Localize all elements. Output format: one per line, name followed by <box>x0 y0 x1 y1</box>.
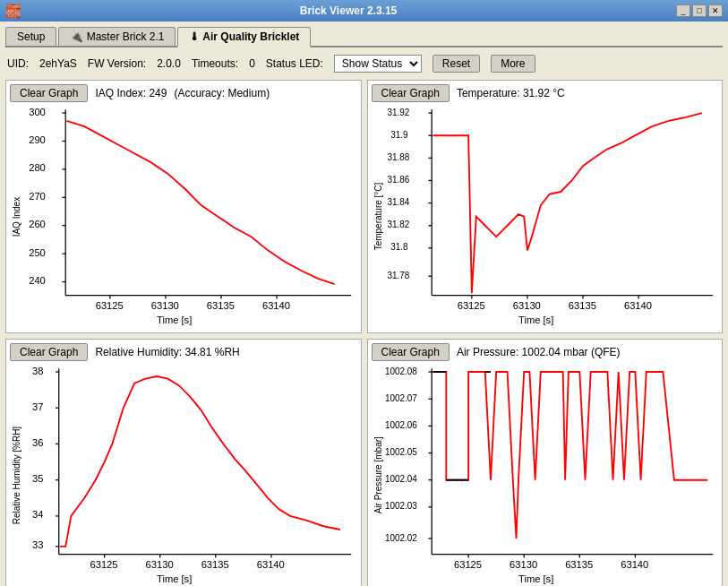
svg-text:Time [s]: Time [s] <box>518 315 553 325</box>
window-title: Brick Viewer 2.3.15 <box>21 4 676 17</box>
svg-text:250: 250 <box>29 247 46 258</box>
svg-text:37: 37 <box>32 401 43 412</box>
humidity-graph-area: 38 37 36 35 34 33 63125 <box>23 363 357 586</box>
status-led-label: Status LED: <box>266 57 323 70</box>
iaq-graph-panel: Clear Graph IAQ Index: 249 (Accuracy: Me… <box>5 80 362 333</box>
svg-text:1002.07: 1002.07 <box>385 393 417 403</box>
graphs-container: Clear Graph IAQ Index: 249 (Accuracy: Me… <box>5 80 723 586</box>
svg-text:31.78: 31.78 <box>387 271 409 280</box>
fw-label: FW Version: <box>88 57 146 70</box>
svg-text:63140: 63140 <box>623 300 651 311</box>
humidity-graph-inner: Relative Humidity [%RH] 38 37 36 35 34 <box>10 363 357 586</box>
svg-text:31.88: 31.88 <box>387 152 409 162</box>
timeouts-label: Timeouts: <box>192 57 238 70</box>
iaq-graph-inner: IAQ Index 300 290 280 270 <box>10 104 357 329</box>
clear-graph-pressure-button[interactable]: Clear Graph <box>372 343 450 361</box>
reset-button[interactable]: Reset <box>433 55 480 73</box>
svg-text:1002.03: 1002.03 <box>385 502 417 512</box>
svg-text:1002.06: 1002.06 <box>385 420 417 430</box>
pressure-graph-inner: Air Pressure [mbar] 1002.08 1002.07 1002… <box>372 363 719 586</box>
air-quality-icon: 🌡 <box>189 30 202 43</box>
svg-text:63140: 63140 <box>621 559 648 570</box>
clear-graph-iaq-button[interactable]: Clear Graph <box>10 84 88 102</box>
temp-graph-panel: Clear Graph Temperature: 31.92 °C Temper… <box>367 80 724 333</box>
svg-text:63130: 63130 <box>512 300 540 311</box>
status-led-select[interactable]: Show Status Off On Heartbeat <box>334 55 422 73</box>
svg-text:1002.02: 1002.02 <box>385 533 417 543</box>
info-bar: UID: 2ehYaS FW Version: 2.0.0 Timeouts: … <box>5 51 723 76</box>
humidity-svg: 38 37 36 35 34 33 63125 <box>23 363 357 586</box>
fw-value: 2.0.0 <box>157 57 181 70</box>
uid-label: UID: <box>7 57 29 70</box>
svg-text:34: 34 <box>32 510 43 521</box>
svg-text:31.92: 31.92 <box>387 108 409 117</box>
svg-text:63125: 63125 <box>453 559 481 570</box>
temp-header-text: Temperature: 31.92 °C <box>457 87 565 99</box>
tab-setup[interactable]: Setup <box>5 27 56 46</box>
uid-value: 2ehYaS <box>39 57 77 70</box>
svg-text:260: 260 <box>29 219 46 229</box>
svg-text:Time [s]: Time [s] <box>157 315 192 325</box>
svg-text:63125: 63125 <box>457 300 484 311</box>
svg-text:31.86: 31.86 <box>387 175 409 185</box>
iaq-graph-area: 300 290 280 270 260 250 240 <box>23 104 357 329</box>
tab-air-quality[interactable]: 🌡 Air Quality Bricklet <box>177 27 311 47</box>
svg-text:63130: 63130 <box>151 300 179 311</box>
pressure-svg: 1002.08 1002.07 1002.06 1002.05 1002.04 … <box>385 363 719 586</box>
svg-text:1002.05: 1002.05 <box>385 447 417 457</box>
svg-text:63135: 63135 <box>565 559 593 570</box>
svg-text:31.84: 31.84 <box>387 197 409 207</box>
pressure-graph-area: 1002.08 1002.07 1002.06 1002.05 1002.04 … <box>385 363 719 586</box>
window-body: Setup 🔌 Master Brick 2.1 🌡 Air Quality B… <box>0 22 728 586</box>
svg-text:63140: 63140 <box>257 559 285 570</box>
svg-text:240: 240 <box>29 275 46 286</box>
temp-graph-area: 31.92 31.9 31.88 31.86 31.84 31.82 31.8 <box>385 104 719 329</box>
svg-text:38: 38 <box>32 366 43 376</box>
humidity-header-text: Relative Humidity: 34.81 %RH <box>95 346 239 358</box>
temp-svg: 31.92 31.9 31.88 31.86 31.84 31.82 31.8 <box>385 104 719 329</box>
tab-master-brick[interactable]: 🔌 Master Brick 2.1 <box>58 27 176 46</box>
svg-text:31.9: 31.9 <box>390 130 408 140</box>
svg-text:Time [s]: Time [s] <box>518 573 553 584</box>
svg-text:63125: 63125 <box>96 300 124 311</box>
svg-text:63130: 63130 <box>510 559 537 570</box>
svg-text:280: 280 <box>29 162 46 173</box>
svg-text:300: 300 <box>29 107 46 117</box>
svg-text:1002.04: 1002.04 <box>385 474 417 484</box>
svg-text:63135: 63135 <box>207 300 235 311</box>
app-icon: 🧱 <box>5 4 21 18</box>
svg-text:31.8: 31.8 <box>390 242 408 252</box>
minimize-button[interactable]: _ <box>676 4 690 17</box>
svg-text:1002.08: 1002.08 <box>385 366 417 376</box>
timeouts-value: 0 <box>249 57 255 70</box>
humidity-graph-panel: Clear Graph Relative Humidity: 34.81 %RH… <box>5 339 362 586</box>
close-button[interactable]: ✕ <box>708 4 723 17</box>
svg-text:36: 36 <box>32 437 43 448</box>
clear-graph-temp-button[interactable]: Clear Graph <box>372 84 450 102</box>
humidity-graph-header: Clear Graph Relative Humidity: 34.81 %RH <box>10 343 357 361</box>
master-brick-icon: 🔌 <box>70 30 86 43</box>
pressure-graph-panel: Clear Graph Air Pressure: 1002.04 mbar (… <box>367 339 724 586</box>
svg-text:63140: 63140 <box>262 300 290 311</box>
svg-text:63125: 63125 <box>90 559 118 570</box>
svg-text:Time [s]: Time [s] <box>157 573 192 584</box>
pressure-graph-header: Clear Graph Air Pressure: 1002.04 mbar (… <box>372 343 719 361</box>
iaq-header-text: IAQ Index: 249 <box>95 87 167 99</box>
temp-graph-inner: Temperature [°C] 31.92 31.9 31.88 31.86 … <box>372 104 719 329</box>
iaq-svg: 300 290 280 270 260 250 240 <box>23 104 357 329</box>
pressure-header-text: Air Pressure: 1002.04 mbar (QFE) <box>457 346 621 358</box>
svg-text:270: 270 <box>29 191 46 202</box>
tab-bar: Setup 🔌 Master Brick 2.1 🌡 Air Quality B… <box>5 27 723 47</box>
iaq-y-axis-label: IAQ Index <box>10 104 23 329</box>
window-controls[interactable]: _ □ ✕ <box>676 4 723 17</box>
iaq-accuracy-text: (Accuracy: Medium) <box>174 87 270 99</box>
maximize-button[interactable]: □ <box>692 4 707 17</box>
temp-graph-header: Clear Graph Temperature: 31.92 °C <box>372 84 719 102</box>
svg-text:290: 290 <box>29 134 46 145</box>
more-button[interactable]: More <box>491 55 535 73</box>
svg-text:63130: 63130 <box>146 559 174 570</box>
svg-text:31.82: 31.82 <box>387 220 409 229</box>
clear-graph-humidity-button[interactable]: Clear Graph <box>10 343 88 361</box>
svg-text:33: 33 <box>32 540 43 551</box>
temp-y-axis-label: Temperature [°C] <box>372 104 385 329</box>
